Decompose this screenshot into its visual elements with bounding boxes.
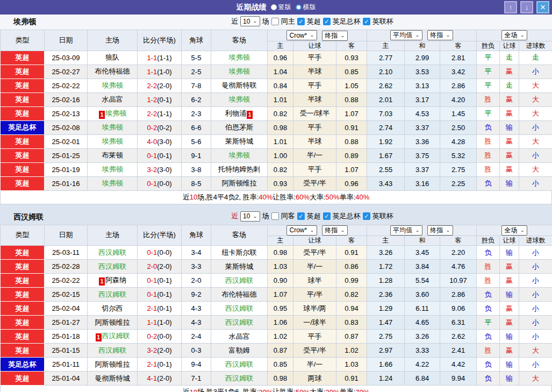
col-header-odds-away: 客 (336, 236, 367, 246)
match-date: 25-02-08 (45, 120, 88, 134)
result-handicap: 赢 (500, 344, 519, 358)
result-wdl: 负 (477, 176, 500, 190)
close-button[interactable]: ✕ (536, 1, 549, 13)
result-goals-value: 小 (532, 179, 539, 187)
result-wdl: 负 (477, 372, 500, 386)
league-checkbox-premier[interactable]: ✓ (297, 212, 305, 220)
home-team: 埃弗顿 (88, 134, 138, 148)
league-type-badge: 英足总杯 (1, 120, 45, 134)
away-team-name: 西汉姆联 (225, 276, 253, 284)
match-date: 25-02-28 (45, 260, 88, 274)
halftime-score: (1-1) (157, 54, 171, 62)
team2-summary: 近10场,胜3平1负6, 胜率:30% 让胜率:50% 大率:20% 单率:70… (0, 386, 552, 392)
away-team-name: 利物浦 (225, 109, 246, 117)
halftime-score: (2-0) (157, 374, 171, 382)
away-team-name: 曼彻斯特联 (222, 81, 257, 89)
scroll-up-button[interactable]: ↑ (504, 1, 517, 13)
away-team-name: 埃弗顿 (229, 53, 250, 61)
league-checkbox-facup[interactable]: ✓ (323, 212, 331, 220)
home-team: 1埃弗顿 (88, 106, 138, 120)
result-handicap-value: 赢 (506, 276, 513, 284)
corners-cell: 4-3 (182, 302, 211, 316)
home-team: 狼队 (88, 51, 138, 65)
league-checkbox-eflcup[interactable]: ✓ (363, 18, 370, 25)
layout-radio-vertical[interactable]: 竖版 (271, 3, 291, 12)
fulltime-select[interactable]: 全场⌄ (501, 225, 527, 236)
result-goals: 小 (519, 330, 552, 344)
league-checkbox-premier[interactable]: ✓ (297, 18, 305, 25)
home-team-name: 西汉姆联 (102, 332, 130, 340)
halftime-score: (1-0) (157, 318, 171, 326)
avg-draw: 3.16 (405, 176, 440, 190)
scroll-down-button[interactable]: ↓ (520, 1, 533, 13)
col-header-type: 类型 (1, 30, 45, 51)
odds-handicap: 平/半 (293, 288, 336, 302)
summary-text: 大率: (310, 193, 326, 202)
match-date: 25-01-25 (45, 148, 88, 162)
average-select[interactable]: 平均值⌄ (390, 30, 422, 40)
away-team: 西汉姆联 (211, 274, 268, 288)
score-cell: 3-2(3-0) (138, 162, 182, 176)
halftime-score: (3-0) (157, 138, 171, 146)
league-checkbox-facup[interactable]: ✓ (323, 18, 331, 25)
layout-radio-horizontal[interactable]: 横版 (296, 3, 316, 12)
result-goals-value: 大 (532, 137, 539, 145)
away-team: 西汉姆联 (211, 316, 268, 330)
halftime-score: (3-0) (157, 166, 171, 174)
fulltime-select[interactable]: 全场⌄ (501, 30, 527, 40)
final-odds-select[interactable]: 终指⌄ (322, 31, 347, 41)
avg-draw: 2.99 (405, 51, 440, 65)
home-team: 1阿森纳 (88, 274, 138, 288)
match-row: 英超25-01-181西汉姆联0-2(0-0)2-4水晶宫1.02平手0.872… (1, 330, 552, 344)
avg-away: 9.06 (440, 302, 477, 316)
home-team-name: 阿森纳 (105, 276, 126, 284)
avg-home: 1.72 (367, 260, 405, 274)
avg-draw: 3.36 (405, 134, 440, 148)
result-goals: 小 (519, 260, 552, 274)
odds-away: 0.94 (336, 302, 367, 316)
odds-away: 0.99 (336, 274, 367, 288)
match-count-select[interactable]: 10⌄ (240, 16, 260, 26)
score-cell: 4-1(2-0) (138, 372, 182, 386)
result-goals-value: 小 (532, 248, 539, 256)
avg-home: 2.74 (367, 120, 405, 134)
same-venue-checkbox[interactable] (271, 212, 279, 220)
odds-home: 1.07 (268, 288, 293, 302)
league-type-badge: 英超 (1, 274, 45, 288)
fulltime-score: 1-1 (147, 68, 157, 76)
final-odds-select[interactable]: 终指⌄ (322, 225, 347, 236)
bookmaker-select[interactable]: Crow*⌄ (286, 30, 317, 40)
corners-cell: 8-5 (182, 176, 211, 190)
col-header-avg-away: 客 (440, 236, 477, 246)
final-avg-select[interactable]: 终指⌄ (427, 30, 453, 40)
bookmaker-select[interactable]: Crow*⌄ (286, 225, 317, 236)
match-date: 25-01-04 (45, 372, 88, 386)
league-checkbox-eflcup[interactable]: ✓ (363, 212, 370, 220)
home-team: 西汉姆联 (88, 344, 138, 358)
corners-cell: 2-0 (182, 274, 211, 288)
result-goals: 小 (519, 246, 552, 260)
same-venue-checkbox[interactable] (271, 18, 279, 25)
result-goals: 大 (519, 162, 552, 176)
final-avg-select[interactable]: 终指⌄ (427, 225, 453, 236)
match-count-select[interactable]: 10⌄ (240, 211, 260, 222)
radio-selected-icon[interactable] (271, 4, 277, 10)
result-handicap-value: 赢 (506, 318, 513, 326)
summary-text: 40% (259, 193, 273, 201)
recent-results-panel: 近期战绩 竖版 横版 ↑ ↓ ✕ 埃弗顿 近 10⌄ 场 同主 ✓ 英超 (0, 0, 552, 392)
home-team: 阿斯顿维拉 (88, 316, 138, 330)
average-select[interactable]: 平均值⌄ (390, 225, 422, 236)
result-wdl-value: 胜 (485, 346, 492, 354)
summary-text: 让胜率: (273, 193, 296, 202)
summary-text: 20% (326, 388, 340, 392)
score-cell: 2-2(1-1) (138, 106, 182, 120)
home-team-name: 埃弗顿 (102, 165, 123, 173)
away-team-name: 伯恩茅斯 (225, 123, 253, 131)
league-label-eflcup: 英联杯 (372, 17, 393, 26)
home-team: 埃弗顿 (88, 176, 138, 190)
away-team: 莱斯特城 (211, 134, 268, 148)
radio-unselected-icon[interactable] (296, 4, 302, 10)
red-card-icon: 1 (99, 111, 105, 119)
avg-home: 1.67 (367, 148, 405, 162)
odds-handicap: 半/一 (293, 358, 336, 372)
